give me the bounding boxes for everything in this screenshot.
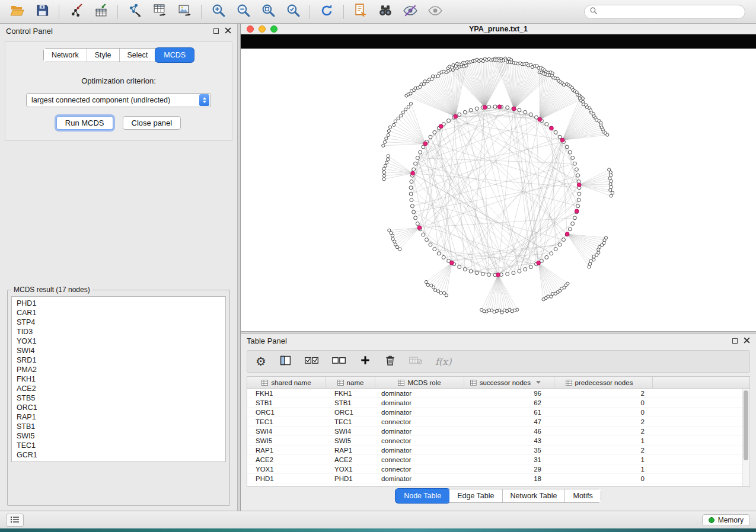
- mcds-result-item[interactable]: PMA2: [12, 365, 225, 374]
- table-cell[interactable]: 47: [464, 418, 554, 425]
- table-cell[interactable]: ACE2: [326, 456, 375, 463]
- mcds-result-item[interactable]: YOX1: [12, 336, 225, 346]
- table-cell[interactable]: 96: [464, 390, 554, 397]
- table-row[interactable]: SWI5SWI5connector431: [247, 436, 749, 446]
- column-header-predecessor-nodes[interactable]: predecessor nodes: [554, 377, 653, 388]
- table-row[interactable]: STB1STB1dominator620: [247, 398, 749, 408]
- table-row[interactable]: YOX1YOX1connector291: [247, 464, 749, 474]
- criterion-select[interactable]: largest connected component (undirected): [26, 93, 211, 107]
- tab-motifs[interactable]: Motifs: [565, 489, 600, 502]
- close-panel-icon[interactable]: [744, 336, 750, 345]
- table-row[interactable]: TEC1TEC1connector472: [247, 417, 749, 427]
- search-input[interactable]: [598, 8, 740, 16]
- maximize-window-icon[interactable]: [270, 25, 277, 33]
- mcds-result-item[interactable]: FKH1: [12, 374, 225, 384]
- table-cell[interactable]: 31: [464, 456, 554, 463]
- export-image-button[interactable]: [172, 2, 197, 22]
- tab-mcds[interactable]: MCDS: [155, 48, 194, 62]
- table-cell[interactable]: SWI5: [247, 437, 326, 444]
- table-cell[interactable]: 2: [554, 390, 653, 397]
- mcds-result-item[interactable]: GCR1: [12, 450, 225, 460]
- mcds-result-item[interactable]: SWI4: [12, 346, 225, 355]
- table-cell[interactable]: PHD1: [326, 475, 375, 482]
- mcds-result-list[interactable]: PHD1CAR1STP4TID3YOX1SWI4SRD1PMA2FKH1ACE2…: [11, 296, 226, 462]
- mcds-result-item[interactable]: PHD1: [12, 299, 225, 308]
- close-window-icon[interactable]: [247, 25, 254, 33]
- table-cell[interactable]: FKH1: [326, 390, 375, 397]
- table-cell[interactable]: YOX1: [326, 466, 375, 473]
- table-row[interactable]: ACE2ACE2connector311: [247, 455, 749, 464]
- column-header-successor-nodes[interactable]: successor nodes: [464, 377, 554, 388]
- table-cell[interactable]: dominator: [375, 390, 464, 397]
- table-cell[interactable]: RAP1: [247, 447, 326, 454]
- table-cell[interactable]: dominator: [375, 409, 464, 416]
- search-network-button[interactable]: [373, 2, 398, 22]
- save-session-button[interactable]: [30, 2, 55, 22]
- open-session-button[interactable]: [5, 2, 30, 22]
- tab-style[interactable]: Style: [87, 49, 120, 62]
- table-cell[interactable]: 35: [464, 447, 554, 454]
- refresh-button[interactable]: [314, 2, 339, 22]
- table-cell[interactable]: connector: [375, 466, 464, 473]
- mcds-result-item[interactable]: ACE2: [12, 384, 225, 393]
- table-cell[interactable]: SWI5: [326, 437, 375, 444]
- table-cell[interactable]: 1: [554, 466, 653, 473]
- delete-column-button[interactable]: [384, 354, 396, 369]
- table-cell[interactable]: STB1: [326, 399, 375, 406]
- table-row[interactable]: ORC1ORC1dominator610: [247, 408, 749, 417]
- mcds-result-item[interactable]: RAP1: [12, 412, 225, 422]
- table-cell[interactable]: SWI4: [326, 428, 375, 435]
- table-row[interactable]: RAP1RAP1dominator352: [247, 446, 749, 455]
- deselect-all-button[interactable]: [332, 354, 346, 368]
- table-cell[interactable]: 46: [464, 428, 554, 435]
- mcds-result-item[interactable]: TID3: [12, 327, 225, 336]
- search-field[interactable]: [584, 5, 745, 19]
- show-details-button[interactable]: [423, 2, 448, 22]
- export-network-button[interactable]: [122, 2, 147, 22]
- mcds-result-item[interactable]: STB5: [12, 393, 225, 403]
- task-history-button[interactable]: [6, 514, 24, 527]
- tab-node-table[interactable]: Node Table: [395, 489, 450, 503]
- network-graph[interactable]: [241, 49, 756, 331]
- table-row[interactable]: FKH1FKH1dominator962: [247, 389, 749, 398]
- table-cell[interactable]: connector: [375, 437, 464, 444]
- column-header-name[interactable]: name: [326, 377, 375, 388]
- zoom-fit-button[interactable]: [256, 2, 280, 22]
- table-cell[interactable]: 29: [464, 466, 554, 473]
- table-cell[interactable]: 2: [554, 418, 653, 425]
- table-cell[interactable]: 2: [554, 447, 653, 454]
- run-mcds-button[interactable]: Run MCDS: [56, 116, 113, 130]
- table-cell[interactable]: dominator: [375, 475, 464, 482]
- table-cell[interactable]: connector: [375, 456, 464, 463]
- show-columns-button[interactable]: [279, 354, 292, 369]
- table-cell[interactable]: 61: [464, 409, 554, 416]
- tab-network-table[interactable]: Network Table: [503, 489, 566, 502]
- table-cell[interactable]: ORC1: [326, 409, 375, 416]
- table-cell[interactable]: ACE2: [247, 456, 326, 463]
- close-panel-icon[interactable]: [225, 27, 231, 36]
- tab-edge-table[interactable]: Edge Table: [449, 489, 502, 502]
- zoom-in-button[interactable]: [206, 2, 231, 22]
- memory-button[interactable]: Memory: [702, 514, 750, 526]
- tab-network[interactable]: Network: [44, 49, 87, 62]
- table-scrollbar[interactable]: [742, 389, 749, 486]
- table-cell[interactable]: 1: [554, 437, 653, 444]
- table-cell[interactable]: ORC1: [247, 409, 326, 416]
- zoom-out-button[interactable]: [231, 2, 256, 22]
- import-table-button[interactable]: [88, 2, 113, 22]
- float-panel-icon[interactable]: [213, 28, 219, 34]
- table-cell[interactable]: 18: [464, 475, 554, 482]
- table-cell[interactable]: 0: [554, 409, 653, 416]
- close-panel-button[interactable]: Close panel: [123, 116, 181, 130]
- add-column-button[interactable]: [359, 354, 371, 368]
- column-header-shared-name[interactable]: shared name: [247, 377, 326, 388]
- mcds-result-item[interactable]: STB1: [12, 422, 225, 431]
- table-cell[interactable]: dominator: [375, 399, 464, 406]
- table-cell[interactable]: 62: [464, 399, 554, 406]
- table-cell[interactable]: 0: [554, 399, 653, 406]
- table-cell[interactable]: TEC1: [326, 418, 375, 425]
- mcds-result-item[interactable]: TEC1: [12, 441, 225, 450]
- table-cell[interactable]: SWI4: [247, 428, 326, 435]
- scrollbar-thumb[interactable]: [744, 390, 748, 460]
- table-cell[interactable]: RAP1: [326, 447, 375, 454]
